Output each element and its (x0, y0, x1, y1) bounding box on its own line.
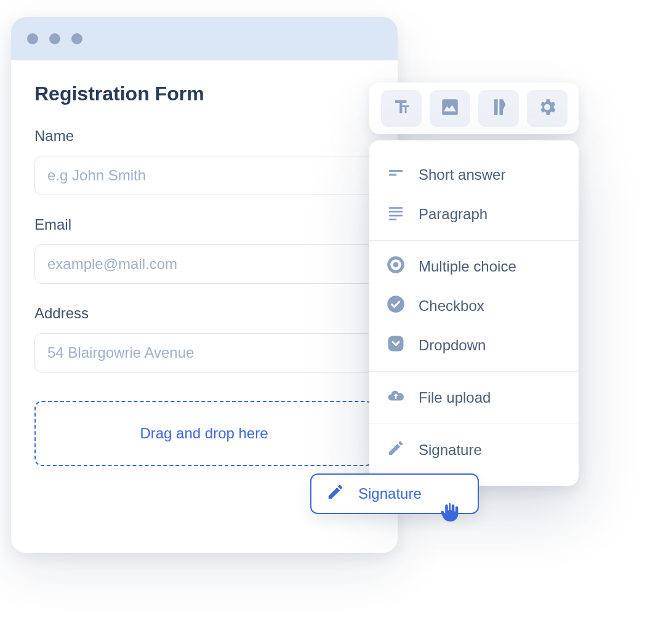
panel-item-signature[interactable]: Signature (369, 430, 579, 470)
email-input[interactable]: example@mail.com (34, 244, 374, 284)
svg-rect-1 (389, 174, 397, 175)
dropdown-icon (387, 334, 405, 356)
field-label: Name (34, 127, 374, 145)
paragraph-icon (387, 203, 405, 225)
toolbar-theme-button[interactable] (478, 90, 519, 127)
address-input[interactable]: 54 Blairgowrie Avenue (34, 333, 374, 372)
radio-icon (387, 256, 405, 278)
drag-chip-label: Signature (358, 485, 422, 502)
svg-rect-5 (389, 219, 397, 220)
short-answer-icon (387, 164, 405, 186)
field-email: Email example@mail.com (34, 216, 374, 284)
toolbar (369, 83, 579, 134)
theme-icon (488, 97, 509, 120)
form-window: Registration Form Name e.g John Smith Em… (11, 17, 398, 553)
panel-item-paragraph[interactable]: Paragraph (369, 195, 579, 234)
panel-item-label: Short answer (419, 166, 505, 183)
name-input[interactable]: e.g John Smith (34, 156, 374, 195)
panel-item-checkbox[interactable]: Checkbox (369, 286, 579, 326)
field-name: Name e.g John Smith (34, 127, 374, 195)
field-label: Address (34, 305, 374, 322)
svg-point-7 (393, 262, 399, 268)
gear-icon (537, 97, 558, 120)
panel-item-multiple-choice[interactable]: Multiple choice (369, 247, 579, 286)
panel-item-label: Signature (419, 441, 482, 459)
svg-rect-3 (389, 211, 403, 213)
panel-item-file-upload[interactable]: File upload (369, 378, 579, 417)
toolbar-image-button[interactable] (430, 90, 470, 127)
window-dot (71, 33, 82, 44)
svg-rect-9 (388, 336, 404, 352)
signature-icon (326, 483, 345, 505)
svg-rect-4 (389, 215, 403, 217)
dropzone[interactable]: Drag and drop here (34, 401, 374, 466)
panel-item-short-answer[interactable]: Short answer (369, 155, 579, 195)
checkbox-icon (387, 295, 405, 317)
svg-rect-2 (389, 207, 403, 209)
panel-item-label: Multiple choice (419, 258, 516, 275)
signature-icon (387, 439, 405, 461)
window-dot (49, 33, 60, 44)
grab-cursor-icon (438, 501, 460, 523)
window-titlebar (11, 17, 398, 60)
panel-item-label: Paragraph (419, 206, 487, 223)
panel-item-label: Dropdown (419, 337, 486, 354)
upload-icon (387, 387, 405, 409)
elements-panel: Short answer Paragraph Multiple choice (369, 140, 579, 486)
panel-item-label: File upload (419, 389, 491, 406)
toolbar-settings-button[interactable] (527, 90, 568, 127)
form-title: Registration Form (34, 83, 374, 105)
panel-item-dropdown[interactable]: Dropdown (369, 326, 579, 365)
panel-item-label: Checkbox (419, 297, 484, 315)
text-icon (391, 97, 412, 120)
window-dot (27, 33, 38, 44)
field-address: Address 54 Blairgowrie Avenue (34, 305, 374, 372)
image-icon (439, 97, 460, 120)
field-label: Email (34, 216, 374, 233)
svg-rect-0 (389, 170, 403, 172)
toolbar-text-button[interactable] (381, 90, 422, 127)
